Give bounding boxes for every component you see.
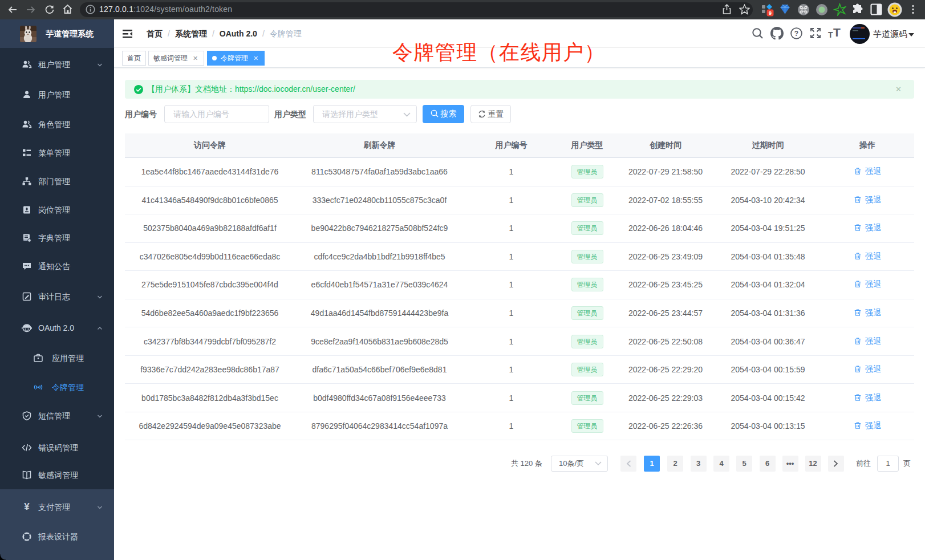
svg-text:?: ? xyxy=(794,30,798,38)
svg-text:9: 9 xyxy=(769,10,772,16)
